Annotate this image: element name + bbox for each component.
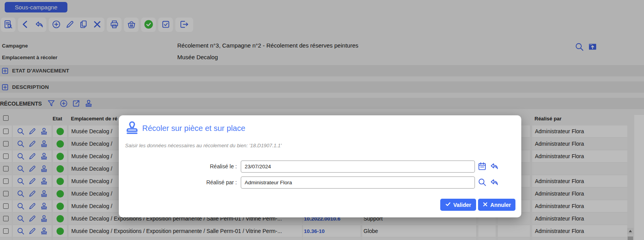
reset-date-button[interactable] [489, 161, 499, 171]
reset-person-button[interactable] [489, 177, 499, 187]
undo-arrow-icon [489, 182, 499, 188]
realise-le-label: Réalisé le : [122, 163, 237, 169]
undo-arrow-icon [489, 166, 499, 172]
modal-title: Récoler sur pièce et sur place [142, 124, 245, 133]
search-person-button[interactable] [477, 177, 487, 187]
realise-le-input[interactable] [241, 161, 475, 173]
modal-subtitle: Saisir les données nécessaires au récole… [125, 143, 282, 148]
validate-button[interactable]: Valider [440, 199, 476, 211]
stamp-icon [124, 120, 140, 138]
validate-label: Valider [453, 202, 471, 208]
calendar-icon [477, 166, 487, 172]
check-icon [445, 201, 451, 208]
cancel-label: Annuler [490, 202, 511, 208]
cancel-button[interactable]: Annuler [478, 199, 515, 211]
x-icon [483, 202, 488, 208]
recoler-modal: Récoler sur pièce et sur place Saisir le… [119, 115, 521, 217]
search-icon [477, 182, 487, 188]
calendar-button[interactable] [477, 161, 487, 171]
realise-par-label: Réalisé par : [122, 179, 237, 185]
realise-par-input[interactable] [241, 176, 475, 189]
